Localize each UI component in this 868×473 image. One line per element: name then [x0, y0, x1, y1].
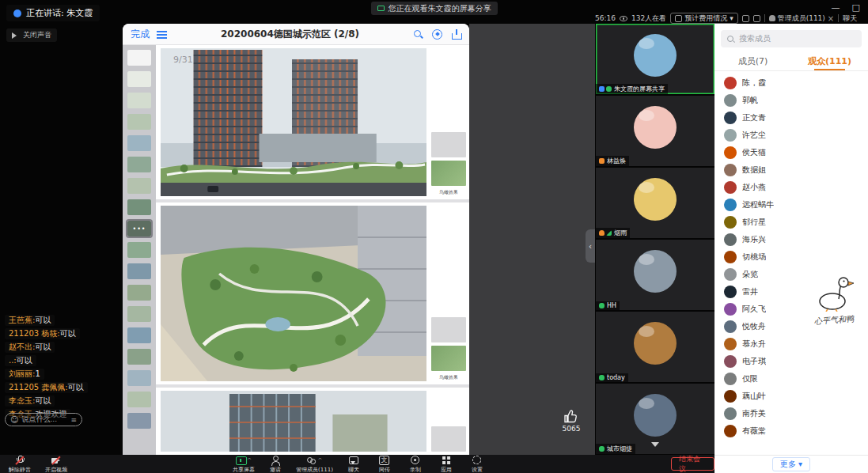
page-thumbnail[interactable]: [127, 157, 151, 172]
participant-name: 城市烟捷: [607, 445, 632, 453]
page-thumbnail[interactable]: [127, 93, 151, 108]
video-tile[interactable]: 城市烟捷: [596, 384, 714, 454]
more-button[interactable]: 更多 ▾: [772, 457, 810, 471]
toolbar-item[interactable]: 邀请: [265, 456, 286, 473]
page-thumbnail[interactable]: [127, 199, 151, 215]
member-row[interactable]: 有薇棠: [714, 422, 868, 440]
maximize-button[interactable]: □: [852, 2, 860, 13]
page-thumbnail[interactable]: [127, 71, 151, 87]
page-thumbnail[interactable]: [127, 242, 151, 258]
page-thumbnail[interactable]: [127, 413, 151, 429]
avatar: [724, 181, 737, 194]
sound-tip-badge[interactable]: 关闭声音: [6, 28, 57, 42]
member-row[interactable]: 侯天猫: [714, 144, 868, 161]
member-row[interactable]: 藕山叶: [714, 388, 868, 405]
chat-panel-tab[interactable]: 聊天: [843, 13, 857, 24]
page-thumbnail[interactable]: [127, 114, 151, 130]
avatar: [724, 146, 737, 159]
participant-name-tag: 城市烟捷: [596, 444, 635, 454]
fee-estimate-button[interactable]: 预计费用情况 ▾: [670, 13, 738, 24]
toolbar-item[interactable]: 聊天: [343, 456, 364, 473]
page-thumbnail[interactable]: [127, 349, 151, 365]
emoji-icon[interactable]: ☺: [10, 416, 18, 424]
member-row[interactable]: 许艺尘: [714, 127, 868, 144]
member-row[interactable]: 仅限: [714, 370, 868, 388]
share-icon[interactable]: [451, 29, 461, 40]
page-side-column: [428, 388, 469, 455]
record-icon: [410, 456, 420, 465]
chat-text: 可以: [60, 329, 76, 339]
page-thumbnail[interactable]: [127, 263, 151, 279]
member-row[interactable]: 赵小燕: [714, 179, 868, 196]
avatar: [724, 112, 737, 124]
avatar: [724, 425, 737, 437]
start-video-button[interactable]: 开启视频: [41, 456, 71, 473]
speaker-avatar-icon: [13, 9, 21, 17]
navigate-icon[interactable]: [432, 29, 442, 40]
members-panel-tab[interactable]: 管理成员(111) ×: [769, 13, 835, 24]
member-row[interactable]: 郭帆: [714, 92, 868, 109]
panel-tab[interactable]: 观众(111): [791, 52, 868, 70]
avatar: [634, 394, 677, 437]
page-thumbnail[interactable]: [127, 370, 151, 386]
search-icon: [726, 35, 735, 44]
close-icon[interactable]: ×: [828, 14, 834, 23]
member-row[interactable]: 正文青: [714, 109, 868, 127]
toolbar-item[interactable]: 录制: [405, 456, 426, 473]
video-tile[interactable]: today: [596, 312, 714, 382]
like-widget[interactable]: 5065: [555, 408, 587, 433]
page-thumbnail[interactable]: [127, 135, 151, 151]
member-name: 南乔美: [742, 408, 766, 419]
end-meeting-button[interactable]: 结束会议: [671, 457, 714, 471]
chat-input-handle-icon[interactable]: ≡: [70, 416, 77, 424]
fullscreen-icon[interactable]: [742, 15, 749, 22]
member-row[interactable]: 陈，霞: [714, 74, 868, 92]
chat-input[interactable]: ☺ 说点什么... ≡: [5, 413, 82, 426]
member-row[interactable]: 切桃场: [714, 248, 868, 266]
video-tile-column: 朱文霞的屏幕共享 林益焕 烟雨: [596, 24, 714, 455]
page-thumbnail[interactable]: [127, 392, 151, 407]
video-tile[interactable]: 朱文霞的屏幕共享: [596, 24, 714, 94]
page-thumbnail[interactable]: [127, 306, 151, 322]
shared-desktop-background: [469, 24, 595, 455]
member-row[interactable]: 海乐兴: [714, 231, 868, 248]
member-row[interactable]: 南乔美: [714, 405, 868, 422]
video-tile[interactable]: HH: [596, 240, 714, 310]
page-thumbnail[interactable]: [127, 50, 151, 66]
toolbar-item[interactable]: ^ 共享屏幕: [233, 456, 255, 473]
page-thumbnail[interactable]: [127, 327, 151, 343]
share-screen-icon: [236, 456, 246, 465]
toolbar-item[interactable]: ^ 管理成员(111): [296, 456, 333, 473]
member-row[interactable]: 慕永升: [714, 335, 868, 353]
member-row[interactable]: 电子琪: [714, 353, 868, 370]
toolbar-item[interactable]: 同传: [374, 456, 395, 473]
page-thumbnail[interactable]: [127, 178, 151, 194]
member-search-input[interactable]: 搜索成员: [721, 30, 862, 47]
collapse-videos-handle[interactable]: ‹: [586, 229, 595, 263]
member-row[interactable]: 远程蜗牛: [714, 196, 868, 214]
sound-tip-label: 关闭声音: [23, 30, 51, 40]
layout-icon[interactable]: [753, 15, 760, 22]
member-list[interactable]: 陈，霞 郭帆 正文青 许艺尘 侯: [714, 71, 868, 455]
page-thumbnail[interactable]: •••: [127, 221, 151, 236]
search-icon[interactable]: [413, 29, 423, 40]
member-row[interactable]: 数据姐: [714, 161, 868, 179]
page-thumbnail[interactable]: [127, 285, 151, 301]
participant-name-tag: 林益焕: [596, 156, 629, 166]
more-dots-icon: [127, 242, 151, 258]
document-pages[interactable]: 9/31: [156, 45, 469, 455]
video-tile[interactable]: 烟雨: [596, 168, 714, 238]
panel-tab[interactable]: 成员(7): [714, 52, 791, 70]
video-tile[interactable]: 林益焕: [596, 96, 714, 166]
more-dots-icon: [127, 178, 151, 194]
member-row[interactable]: 郁行星: [714, 214, 868, 231]
avatar: [724, 303, 737, 316]
done-button[interactable]: 完成: [131, 28, 150, 41]
side-diagram: [431, 317, 466, 342]
toolbar-item[interactable]: 设置: [467, 456, 487, 473]
toolbar-item[interactable]: 应用: [436, 456, 457, 473]
unmute-button[interactable]: 解除静音: [5, 456, 35, 473]
minimize-button[interactable]: —: [832, 2, 840, 13]
outline-icon[interactable]: [157, 30, 167, 39]
side-diagram: [431, 161, 466, 186]
